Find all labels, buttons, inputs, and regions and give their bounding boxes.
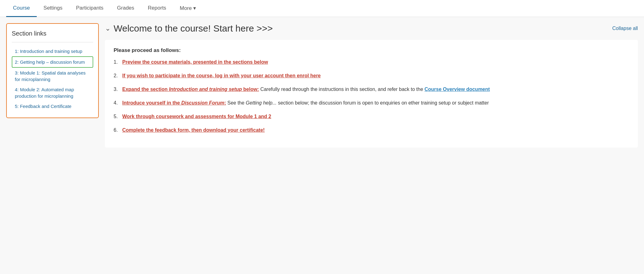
- step-5: Work through coursework and assessments …: [114, 113, 629, 120]
- section-title: Welcome to the course! Start here >>>: [114, 23, 273, 34]
- section-links-list: 1: Introduction and training setup 2: Ge…: [12, 46, 93, 111]
- proceed-heading: Please proceed as follows:: [114, 47, 629, 54]
- step-5-link[interactable]: Work through coursework and assessments …: [122, 114, 271, 119]
- nav-course[interactable]: Course: [6, 0, 37, 17]
- step-4-italic: Discussion Forum: [181, 100, 224, 105]
- collapse-all-button[interactable]: Collapse all: [612, 26, 638, 31]
- section-header: ⌄ Welcome to the course! Start here >>> …: [105, 23, 638, 34]
- step-1: Preview the course materials, presented …: [114, 58, 629, 66]
- list-item: 5: Feedback and Certificate: [12, 101, 93, 111]
- step-4-text: Introduce yourself in the Discussion For…: [122, 99, 629, 107]
- step-3-text: Expand the section Introduction and trai…: [122, 86, 629, 93]
- nav-grades[interactable]: Grades: [110, 0, 141, 17]
- step-3: Expand the section Introduction and trai…: [114, 86, 629, 93]
- list-item-highlighted: 2: Getting help – discussion forum: [12, 56, 93, 68]
- step-2-link[interactable]: If you wish to participate in the course…: [122, 73, 321, 78]
- step-3-rest: Carefully read through the instructions …: [260, 87, 424, 92]
- section-link-4[interactable]: 4: Module 2: Automated map production fo…: [12, 84, 93, 101]
- steps-list: Preview the course materials, presented …: [114, 58, 629, 134]
- step-6-link[interactable]: Complete the feedback form, then downloa…: [122, 127, 265, 133]
- step-3-link[interactable]: Expand the section Introduction and trai…: [122, 87, 259, 92]
- step-1-link[interactable]: Preview the course materials, presented …: [122, 59, 268, 65]
- section-link-3[interactable]: 3: Module 1: Spatial data analyses for m…: [12, 68, 93, 84]
- section-links-title: Section links: [12, 30, 93, 37]
- step-2: If you wish to participate in the course…: [114, 72, 629, 79]
- list-item: 3: Module 1: Spatial data analyses for m…: [12, 68, 93, 84]
- step-6-text: Complete the feedback form, then downloa…: [122, 126, 629, 134]
- main-layout: Section links 1: Introduction and traini…: [0, 17, 644, 274]
- divider: [12, 42, 93, 42]
- collapse-chevron-icon[interactable]: ⌄: [105, 24, 111, 32]
- nav-more[interactable]: More ▾: [173, 0, 203, 17]
- step-4-link[interactable]: Introduce yourself in the Discussion For…: [122, 100, 226, 105]
- section-title-group: ⌄ Welcome to the course! Start here >>>: [105, 23, 273, 34]
- list-item: 1: Introduction and training setup: [12, 46, 93, 56]
- section-link-5[interactable]: 5: Feedback and Certificate: [12, 101, 93, 111]
- step-3-italic: Introduction and training setup: [169, 87, 242, 92]
- step-1-text: Preview the course materials, presented …: [122, 58, 629, 66]
- step-4-italic-rest: Getting help...: [246, 100, 277, 105]
- nav-participants[interactable]: Participants: [69, 0, 110, 17]
- step-3-teal-link[interactable]: Course Overview document: [424, 87, 490, 92]
- top-navigation: Course Settings Participants Grades Repo…: [0, 0, 644, 17]
- nav-settings[interactable]: Settings: [37, 0, 69, 17]
- course-body: Please proceed as follows: Preview the c…: [105, 40, 638, 148]
- step-4-rest: See the Getting help... section below; t…: [228, 100, 489, 105]
- step-2-text: If you wish to participate in the course…: [122, 72, 629, 79]
- step-4: Introduce yourself in the Discussion For…: [114, 99, 629, 107]
- step-6: Complete the feedback form, then downloa…: [114, 126, 629, 134]
- content-area: ⌄ Welcome to the course! Start here >>> …: [105, 23, 638, 268]
- list-item: 4: Module 2: Automated map production fo…: [12, 84, 93, 101]
- sidebar: Section links 1: Introduction and traini…: [6, 23, 99, 268]
- section-links-box: Section links 1: Introduction and traini…: [6, 23, 99, 118]
- nav-reports[interactable]: Reports: [141, 0, 173, 17]
- section-link-2[interactable]: 2: Getting help – discussion forum: [12, 56, 93, 68]
- step-5-text: Work through coursework and assessments …: [122, 113, 629, 120]
- section-link-1[interactable]: 1: Introduction and training setup: [12, 46, 93, 56]
